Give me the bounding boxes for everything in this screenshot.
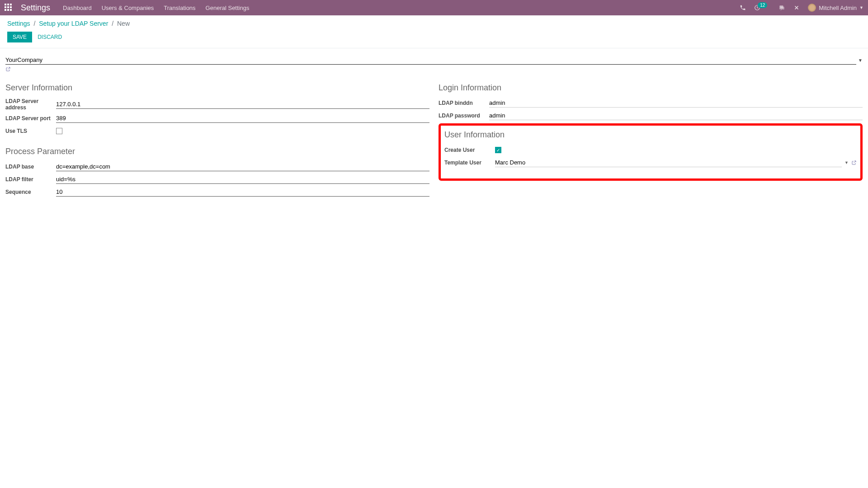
breadcrumb-current: New bbox=[117, 20, 130, 27]
ldap-password-input[interactable] bbox=[489, 111, 863, 120]
ldap-base-input[interactable] bbox=[56, 162, 429, 171]
chevron-down-icon[interactable]: ▼ bbox=[844, 160, 849, 165]
ldap-port-input[interactable] bbox=[56, 114, 429, 123]
user-name: Mitchell Admin bbox=[819, 5, 857, 11]
menu-dashboard[interactable]: Dashboard bbox=[63, 5, 92, 11]
user-info-title: User Information bbox=[444, 130, 857, 140]
ldap-password-label: LDAP password bbox=[439, 113, 489, 119]
breadcrumb-ldap[interactable]: Setup your LDAP Server bbox=[39, 20, 108, 27]
sequence-input[interactable] bbox=[56, 188, 429, 197]
create-user-label: Create User bbox=[444, 147, 495, 153]
ldap-address-label: LDAP Server address bbox=[5, 98, 56, 111]
discard-button[interactable]: Discard bbox=[38, 34, 62, 40]
breadcrumb-settings[interactable]: Settings bbox=[7, 20, 30, 27]
external-link-icon[interactable] bbox=[5, 66, 11, 72]
left-column: Server Information LDAP Server address L… bbox=[5, 83, 429, 200]
login-info-title: Login Information bbox=[439, 83, 863, 93]
ldap-base-label: LDAP base bbox=[5, 164, 56, 170]
server-info-title: Server Information bbox=[5, 83, 429, 93]
ldap-address-input[interactable] bbox=[56, 100, 429, 109]
company-select[interactable] bbox=[5, 56, 856, 65]
menu-general-settings[interactable]: General Settings bbox=[206, 5, 250, 11]
chevron-down-icon: ▼ bbox=[859, 5, 863, 10]
user-info-highlight: User Information Create User ✓ Template … bbox=[439, 123, 863, 181]
avatar bbox=[808, 4, 816, 12]
control-panel: Settings / Setup your LDAP Server / New … bbox=[0, 15, 868, 48]
user-menu[interactable]: Mitchell Admin ▼ bbox=[808, 4, 863, 12]
activity-icon[interactable]: 12 bbox=[754, 5, 770, 11]
ldap-filter-input[interactable] bbox=[56, 175, 429, 184]
right-column: Login Information LDAP binddn LDAP passw… bbox=[439, 83, 863, 200]
activity-badge: 12 bbox=[758, 2, 767, 8]
ldap-filter-label: LDAP filter bbox=[5, 176, 56, 183]
template-user-label: Template User bbox=[444, 160, 495, 166]
ldap-port-label: LDAP Server port bbox=[5, 115, 56, 122]
process-param-title: Process Parameter bbox=[5, 147, 429, 156]
button-row: Save Discard bbox=[7, 32, 861, 48]
close-icon[interactable] bbox=[793, 5, 800, 11]
form-sheet: ▼ Server Information LDAP Server address… bbox=[0, 48, 868, 218]
create-user-checkbox[interactable]: ✓ bbox=[495, 147, 501, 153]
company-row: ▼ bbox=[5, 56, 863, 65]
apps-icon[interactable] bbox=[5, 4, 13, 12]
chevron-down-icon[interactable]: ▼ bbox=[858, 58, 863, 63]
topbar-menu: Dashboard Users & Companies Translations… bbox=[63, 5, 249, 11]
use-tls-checkbox[interactable] bbox=[56, 128, 62, 134]
phone-icon[interactable] bbox=[740, 5, 746, 11]
topbar: Settings Dashboard Users & Companies Tra… bbox=[0, 0, 868, 15]
breadcrumb: Settings / Setup your LDAP Server / New bbox=[7, 20, 861, 27]
menu-users-companies[interactable]: Users & Companies bbox=[102, 5, 154, 11]
form-columns: Server Information LDAP Server address L… bbox=[5, 83, 863, 200]
use-tls-label: Use TLS bbox=[5, 128, 56, 134]
save-button[interactable]: Save bbox=[7, 32, 32, 42]
menu-translations[interactable]: Translations bbox=[164, 5, 195, 11]
sequence-label: Sequence bbox=[5, 189, 56, 195]
app-title[interactable]: Settings bbox=[21, 3, 50, 13]
chat-icon[interactable] bbox=[778, 5, 785, 11]
template-user-input[interactable] bbox=[495, 158, 842, 167]
external-link-icon[interactable] bbox=[851, 160, 857, 165]
ldap-binddn-input[interactable] bbox=[489, 99, 863, 108]
topbar-right: 12 Mitchell Admin ▼ bbox=[740, 4, 863, 12]
ldap-binddn-label: LDAP binddn bbox=[439, 100, 489, 106]
